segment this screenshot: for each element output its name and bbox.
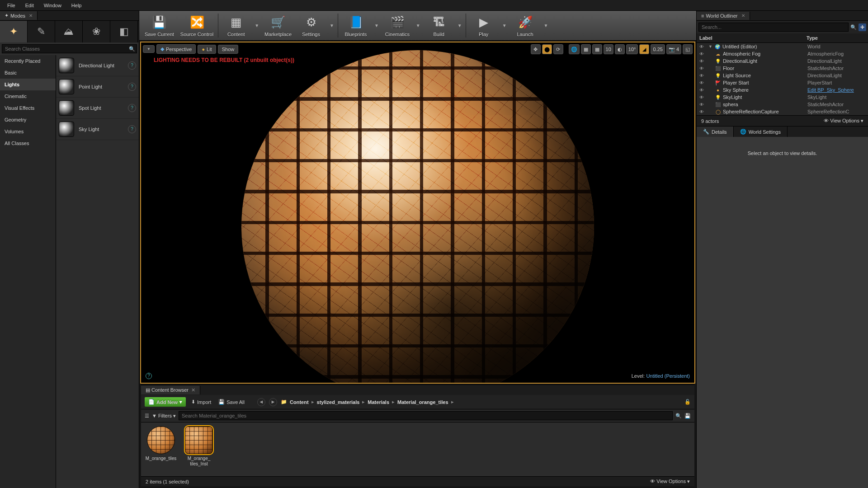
asset-item[interactable]: M_​orange_​tiles [145,426,177,461]
viewport-menu-button[interactable]: ▼ [143,45,155,53]
visibility-icon[interactable]: 👁 [698,80,705,85]
help-icon[interactable]: ? [128,104,136,112]
grid-snap-value[interactable]: 10 [604,44,613,54]
dropdown-icon[interactable]: ▼ [373,11,381,40]
blueprints-button[interactable]: 📘Blueprints [340,11,372,40]
build-button[interactable]: 🏗Build [423,11,455,40]
col-type[interactable]: Type [807,35,865,41]
scale-snap-value[interactable]: 0.25 [651,44,665,54]
menu-file[interactable]: File [3,1,20,9]
sources-toggle-icon[interactable]: ☰ [145,413,149,419]
lit-button[interactable]: ●Lit [198,45,216,54]
mode-geometry-icon[interactable]: ◧ [110,21,138,42]
breadcrumb-item[interactable]: Materials [368,399,389,405]
outliner-row[interactable]: 👁 ☁ Atmospheric Fog AtmosphericFog [697,50,868,57]
save-current-button[interactable]: 💾Save Current [142,11,177,40]
visibility-icon[interactable]: 👁 [698,52,705,56]
filters-button[interactable]: ▼ Filters ▾ [152,413,176,419]
maximize-viewport-button[interactable]: ◱ [683,44,693,54]
save-search-icon[interactable]: 💾 [684,413,691,419]
asset-item[interactable]: M_​orange_​tiles_​Inst [183,426,215,467]
mode-paint-icon[interactable]: ✎ [28,21,55,42]
light-item[interactable]: Sky Light ? [56,119,139,140]
category-item[interactable]: Volumes [0,126,56,137]
nav-fwd-button[interactable]: ► [269,398,277,406]
close-icon[interactable]: ✕ [29,13,33,18]
light-item[interactable]: Point Light ? [56,76,139,98]
dropdown-icon[interactable]: ▼ [253,11,261,40]
play-button[interactable]: ▶Play [468,11,500,40]
breadcrumb-item[interactable]: stylized_materials [317,399,360,405]
menu-help[interactable]: Help [67,1,86,9]
search-classes[interactable]: 🔍 [2,44,137,53]
folder-icon[interactable]: 📁 [281,399,287,405]
dropdown-icon[interactable]: ▼ [414,11,422,40]
outliner-row[interactable]: 👁 ▼ 🌍 Untitled (Editor) World [697,43,868,50]
visibility-icon[interactable]: 👁 [698,88,705,93]
camera-speed-button[interactable]: 📷 4 [666,44,681,54]
menu-edit[interactable]: Edit [21,1,38,9]
outliner-row[interactable]: 👁 ● Sky Sphere Edit BP_Sky_Sphere [697,86,868,94]
details-tab[interactable]: 🔧Details [697,127,734,137]
cinematics-button[interactable]: 🎬Cinematics [382,11,413,40]
outliner-search-input[interactable] [698,23,849,32]
category-item[interactable]: Visual Effects [0,102,56,114]
col-label[interactable]: Label [699,35,807,41]
dropdown-icon[interactable]: ▼ [328,11,336,40]
world-settings-tab[interactable]: 🌐World Settings [734,127,788,137]
mode-landscape-icon[interactable]: ⛰ [55,21,83,42]
content-button[interactable]: ▦Content [220,11,252,40]
world-outliner-tab[interactable]: ≡World Outliner✕ [697,12,750,20]
transform-rotate-button[interactable]: ⟳ [553,44,563,54]
help-icon[interactable]: ? [128,61,136,70]
outliner-row[interactable]: 👁 ⬛ Floor StaticMeshActor [697,65,868,72]
modes-tab[interactable]: ✦ Modes ✕ [0,11,38,20]
import-button[interactable]: ⬇ Import [189,398,213,406]
outliner-row[interactable]: 👁 ⬛ sphera StaticMeshActor [697,101,868,108]
scale-snap-button[interactable]: ◢ [639,44,649,54]
angle-snap-button[interactable]: ◐ [615,44,625,54]
save-all-button[interactable]: 💾 Save All [217,398,246,406]
category-item[interactable]: Recently Placed [0,55,56,67]
mode-place-icon[interactable]: ✦ [0,21,28,42]
coord-space-button[interactable]: 🌐 [569,44,580,54]
viewport[interactable]: ▼ ◆Perspective ●Lit Show LIGHTING NEEDS … [140,42,695,384]
breadcrumb-item[interactable]: Content [290,399,309,405]
angle-snap-value[interactable]: 10° [626,44,638,54]
show-button[interactable]: Show [218,45,239,54]
dropdown-icon[interactable]: ▼ [500,11,509,40]
marketplace-button[interactable]: 🛒Marketplace [262,11,294,40]
source-control-button[interactable]: 🔀Source Control [178,11,216,40]
add-new-button[interactable]: 📄 Add New ▾ [145,397,186,407]
perspective-button[interactable]: ◆Perspective [156,44,196,54]
breadcrumb-item[interactable]: Material_orange_tiles [397,399,448,405]
visibility-icon[interactable]: 👁 [698,102,705,107]
category-item[interactable]: Lights [0,79,56,90]
visibility-icon[interactable]: 👁 [698,44,705,49]
nav-back-button[interactable]: ◄ [257,398,265,406]
outliner-row[interactable]: 👁 💡 DirectionalLight DirectionalLight [697,57,868,65]
visibility-icon[interactable]: 👁 [698,95,705,100]
help-icon[interactable]: ? [128,125,136,133]
outliner-row[interactable]: 👁 💡 Light Source DirectionalLight [697,72,868,79]
outliner-row[interactable]: 👁 ◯ SphereReflectionCapture SphereReflec… [697,108,868,115]
visibility-icon[interactable]: 👁 [698,73,705,78]
transform-translate-button[interactable]: ⬤ [542,44,552,54]
visibility-icon[interactable]: 👁 [698,109,705,114]
outliner-filter-icon[interactable]: ✚ [859,23,866,31]
outliner-row[interactable]: 👁 💡 SkyLight SkyLight [697,94,868,101]
surface-snap-button[interactable]: ▦ [581,44,591,54]
category-item[interactable]: Cinematic [0,90,56,102]
menu-window[interactable]: Window [39,1,66,9]
light-item[interactable]: Directional Light ? [56,55,139,76]
lock-icon[interactable]: 🔓 [684,399,691,405]
help-icon[interactable]: ? [128,83,136,91]
transform-select-button[interactable]: ✥ [531,44,541,54]
category-item[interactable]: Geometry [0,114,56,126]
mode-foliage-icon[interactable]: ❀ [83,21,110,42]
visibility-icon[interactable]: 👁 [698,59,705,64]
view-options-button[interactable]: 👁 View Options ▾ [824,118,863,124]
dropdown-icon[interactable]: ▼ [456,11,464,40]
light-item[interactable]: Spot Light ? [56,98,139,119]
grid-snap-button[interactable]: ▦ [592,44,602,54]
